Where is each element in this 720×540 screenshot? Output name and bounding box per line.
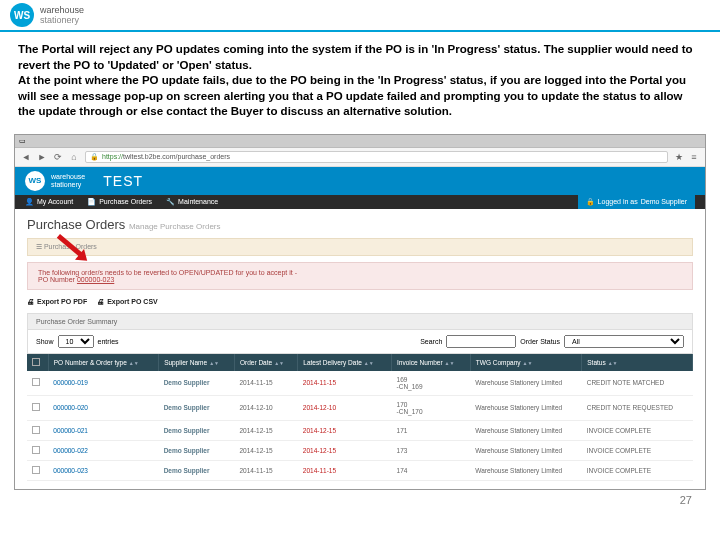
brand-logo: WS	[10, 3, 34, 27]
browser-toolbar: ◄ ► ⟳ ⌂ 🔒 https:// twltest.b2be.com/purc…	[15, 147, 705, 167]
cell-order-date: 2014-12-15	[234, 420, 297, 440]
cell-delivery-date: 2014-12-15	[298, 420, 392, 440]
table-row[interactable]: 000000-023Demo Supplier2014-11-152014-11…	[27, 460, 693, 480]
summary-header: Purchase Order Summary	[27, 313, 693, 330]
login-user: Demo Supplier	[641, 198, 687, 205]
lock-icon: 🔒	[586, 198, 595, 206]
csv-icon: 🖨	[97, 298, 104, 305]
table-row[interactable]: 000000-022Demo Supplier2014-12-152014-12…	[27, 440, 693, 460]
title-text: Purchase Orders	[27, 217, 125, 232]
cell-supplier: Demo Supplier	[159, 440, 235, 460]
login-status[interactable]: 🔒 Logged in as Demo Supplier	[578, 195, 695, 209]
banner-logo: WS	[25, 171, 45, 191]
doc-paragraph: The Portal will reject any PO updates co…	[0, 32, 720, 130]
table-row[interactable]: 000000-020Demo Supplier2014-12-102014-12…	[27, 395, 693, 420]
cell-supplier: Demo Supplier	[159, 460, 235, 480]
star-icon[interactable]: ★	[674, 152, 684, 162]
cell-invoice: 171	[392, 420, 471, 440]
status-select[interactable]: All	[564, 335, 684, 348]
warning-po-link[interactable]: 000000-023	[77, 276, 114, 283]
row-checkbox[interactable]	[32, 466, 40, 474]
cell-po-number[interactable]: 000000-020	[48, 395, 158, 420]
menu-account-label: My Account	[37, 198, 73, 205]
search-input[interactable]	[446, 335, 516, 348]
table-row[interactable]: 000000-021Demo Supplier2014-12-152014-12…	[27, 420, 693, 440]
cell-po-number[interactable]: 000000-023	[48, 460, 158, 480]
test-label: TEST	[103, 173, 143, 189]
page-content: Purchase Orders Manage Purchase Orders ☰…	[15, 209, 705, 489]
menu-icon[interactable]: ≡	[689, 152, 699, 162]
cell-company: Warehouse Stationery Limited	[470, 440, 581, 460]
cell-delivery-date: 2014-12-15	[298, 440, 392, 460]
export-pdf-button[interactable]: 🖨 Export PO PDF	[27, 298, 87, 305]
cell-invoice: 174	[392, 460, 471, 480]
po-table: PO Number & Order type▲▼ Supplier Name▲▼…	[27, 354, 693, 481]
breadcrumb: ☰ Purchase Orders	[27, 238, 693, 256]
cell-order-date: 2014-12-15	[234, 440, 297, 460]
cell-status: INVOICE COMPLETE	[582, 420, 693, 440]
cell-status: CREDIT NOTE MATCHED	[582, 371, 693, 396]
address-bar[interactable]: 🔒 https:// twltest.b2be.com/purchase_ord…	[85, 151, 668, 163]
col-company[interactable]: TWG Company▲▼	[470, 354, 581, 371]
forward-icon[interactable]: ►	[37, 152, 47, 162]
table-row[interactable]: 000000-019Demo Supplier2014-11-152014-11…	[27, 371, 693, 396]
row-checkbox[interactable]	[32, 378, 40, 386]
back-icon[interactable]: ◄	[21, 152, 31, 162]
filter-row: Show 10 entries Search Order Status All	[27, 330, 693, 354]
browser-tab[interactable]: ▭	[19, 137, 26, 145]
cell-status: CREDIT NOTE REQUESTED	[582, 395, 693, 420]
cell-order-date: 2014-11-15	[234, 371, 297, 396]
export-controls: 🖨 Export PO PDF 🖨 Export PO CSV	[27, 298, 693, 305]
pdf-icon: 🖨	[27, 298, 34, 305]
reload-icon[interactable]: ⟳	[53, 152, 63, 162]
login-prefix: Logged in as	[598, 198, 638, 205]
page-title: Purchase Orders Manage Purchase Orders	[27, 217, 693, 232]
list-icon: ☰	[36, 243, 44, 250]
banner-brand2: stationery	[51, 181, 85, 189]
cell-company: Warehouse Stationery Limited	[470, 420, 581, 440]
menu-bar: 👤 My Account 📄 Purchase Orders 🔧 Mainten…	[15, 195, 705, 209]
cell-delivery-date: 2014-11-15	[298, 371, 392, 396]
row-checkbox[interactable]	[32, 403, 40, 411]
cell-po-number[interactable]: 000000-022	[48, 440, 158, 460]
col-status[interactable]: Status▲▼	[582, 354, 693, 371]
url-path: twltest.b2be.com/purchase_orders	[123, 153, 230, 160]
cell-status: INVOICE COMPLETE	[582, 460, 693, 480]
row-checkbox[interactable]	[32, 446, 40, 454]
page-number: 27	[0, 490, 720, 512]
menu-my-account[interactable]: 👤 My Account	[25, 198, 73, 206]
col-checkbox[interactable]	[27, 354, 48, 371]
user-icon: 👤	[25, 198, 34, 206]
cell-invoice: 170-CN_170	[392, 395, 471, 420]
export-csv-button[interactable]: 🖨 Export PO CSV	[97, 298, 158, 305]
cell-order-date: 2014-12-10	[234, 395, 297, 420]
cell-supplier: Demo Supplier	[159, 420, 235, 440]
page-size-select[interactable]: 10	[58, 335, 94, 348]
cell-po-number[interactable]: 000000-021	[48, 420, 158, 440]
menu-maintenance[interactable]: 🔧 Maintenance	[166, 198, 218, 206]
menu-purchase-orders[interactable]: 📄 Purchase Orders	[87, 198, 152, 206]
cell-po-number[interactable]: 000000-019	[48, 371, 158, 396]
lock-icon: 🔒	[90, 153, 99, 161]
cell-status: INVOICE COMPLETE	[582, 440, 693, 460]
brand-line2: stationery	[40, 15, 84, 25]
row-checkbox[interactable]	[32, 426, 40, 434]
col-supplier[interactable]: Supplier Name▲▼	[159, 354, 235, 371]
cell-delivery-date: 2014-12-10	[298, 395, 392, 420]
cell-invoice: 173	[392, 440, 471, 460]
brand-line1: warehouse	[40, 5, 84, 15]
banner-brand1: warehouse	[51, 173, 85, 181]
col-order-date[interactable]: Order Date▲▼	[234, 354, 297, 371]
col-invoice[interactable]: Invoice Number▲▼	[392, 354, 471, 371]
cell-company: Warehouse Stationery Limited	[470, 371, 581, 396]
home-icon[interactable]: ⌂	[69, 152, 79, 162]
col-delivery-date[interactable]: Latest Delivery Date▲▼	[298, 354, 392, 371]
cell-delivery-date: 2014-11-15	[298, 460, 392, 480]
cell-company: Warehouse Stationery Limited	[470, 460, 581, 480]
cell-invoice: 169-CN_169	[392, 371, 471, 396]
browser-window: ▭ ◄ ► ⟳ ⌂ 🔒 https:// twltest.b2be.com/pu…	[14, 134, 706, 490]
cell-supplier: Demo Supplier	[159, 371, 235, 396]
col-po-number[interactable]: PO Number & Order type▲▼	[48, 354, 158, 371]
url-scheme: https://	[102, 153, 123, 160]
brand-header: WS warehouse stationery	[0, 0, 720, 32]
